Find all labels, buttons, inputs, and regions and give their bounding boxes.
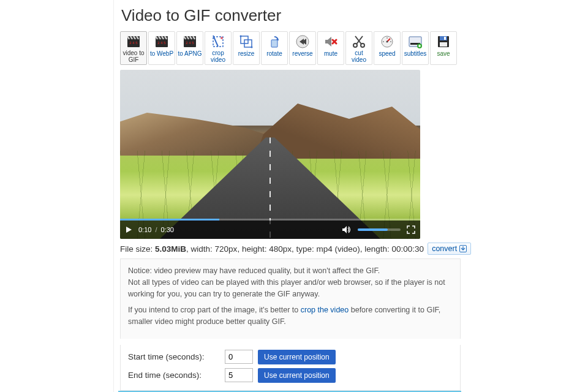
svg-text:2 4 5: 2 4 5	[186, 41, 194, 45]
volume-button[interactable]	[342, 225, 352, 234]
tool-to-webp[interactable]: 2 4 5 to WebP	[148, 31, 175, 65]
svg-rect-15	[271, 40, 277, 47]
start-time-label: Start time (seconds):	[128, 352, 220, 361]
svg-point-20	[386, 41, 388, 43]
use-current-start-button[interactable]: Use current position	[258, 350, 336, 364]
floppy-icon	[435, 34, 451, 50]
file-length: 00:00:30	[392, 244, 424, 254]
tool-to-apng[interactable]: 2 4 5 to APNG	[176, 31, 203, 65]
reverse-icon	[295, 34, 311, 50]
video-controls: 0:10 / 0:30	[120, 221, 420, 239]
scissors-icon	[351, 34, 367, 49]
video-frame	[120, 70, 420, 239]
download-arrow-icon	[459, 245, 467, 252]
svg-text:2 4 5: 2 4 5	[157, 41, 166, 45]
use-current-end-button[interactable]: Use current position	[258, 368, 336, 383]
file-size: 5.03MiB	[155, 244, 186, 254]
tool-crop-video[interactable]: crop video	[205, 31, 232, 65]
clapperboard-icon: 2 4 5	[154, 34, 170, 50]
mute-icon	[323, 34, 339, 50]
svg-point-13	[240, 36, 242, 37]
time-display: 0:10 / 0:30	[138, 226, 174, 233]
tool-mute[interactable]: mute	[317, 31, 344, 65]
progress-bar[interactable]	[120, 219, 420, 221]
resize-icon	[238, 34, 254, 50]
tool-resize[interactable]: resize	[233, 31, 260, 65]
tool-speed[interactable]: speed	[374, 31, 401, 65]
time-form: Start time (seconds): Use current positi…	[120, 345, 461, 391]
crop-video-link[interactable]: crop the video	[301, 306, 349, 314]
file-info: File size: 5.03MiB, width: 720px, height…	[120, 243, 588, 255]
tool-reverse[interactable]: reverse	[289, 31, 316, 65]
convert-button[interactable]: convert	[428, 243, 471, 255]
speedometer-icon	[379, 34, 395, 50]
play-button[interactable]	[125, 226, 132, 233]
tool-video-to-gif[interactable]: 2 4 5 video to GIF	[120, 31, 147, 65]
end-time-label: End time (seconds):	[128, 371, 220, 380]
crop-icon	[210, 34, 226, 49]
svg-rect-27	[440, 42, 447, 47]
tool-subtitles[interactable]: subtitles	[402, 31, 429, 65]
notice-box: Notice: video preview may have reduced q…	[120, 258, 461, 339]
subtitles-icon	[407, 34, 423, 50]
file-width: 720px	[215, 244, 238, 254]
video-player[interactable]: 0:10 / 0:30	[120, 70, 420, 239]
svg-text:2 4 5: 2 4 5	[129, 41, 138, 45]
tool-save[interactable]: save	[430, 31, 457, 65]
start-time-input[interactable]	[225, 350, 253, 364]
file-height: 480px	[269, 244, 292, 254]
volume-slider[interactable]	[358, 228, 401, 231]
tool-rotate[interactable]: rotate	[261, 31, 288, 65]
svg-rect-25	[440, 36, 447, 40]
rotate-icon	[266, 34, 282, 50]
file-type: mp4 (video)	[317, 244, 360, 254]
clapperboard-icon: 2 4 5	[182, 34, 198, 50]
tool-cut-video[interactable]: cut video	[345, 31, 372, 65]
toolbar: 2 4 5 video to GIF 2 4 5 to WebP 2 4 5 t…	[120, 31, 588, 65]
end-time-input[interactable]	[225, 368, 253, 382]
svg-point-14	[251, 47, 253, 48]
page-title: Video to GIF converter	[121, 6, 588, 25]
svg-rect-26	[444, 37, 446, 40]
clapperboard-icon: 2 4 5	[126, 34, 141, 49]
fullscreen-button[interactable]	[407, 225, 415, 234]
svg-point-10	[221, 37, 223, 39]
